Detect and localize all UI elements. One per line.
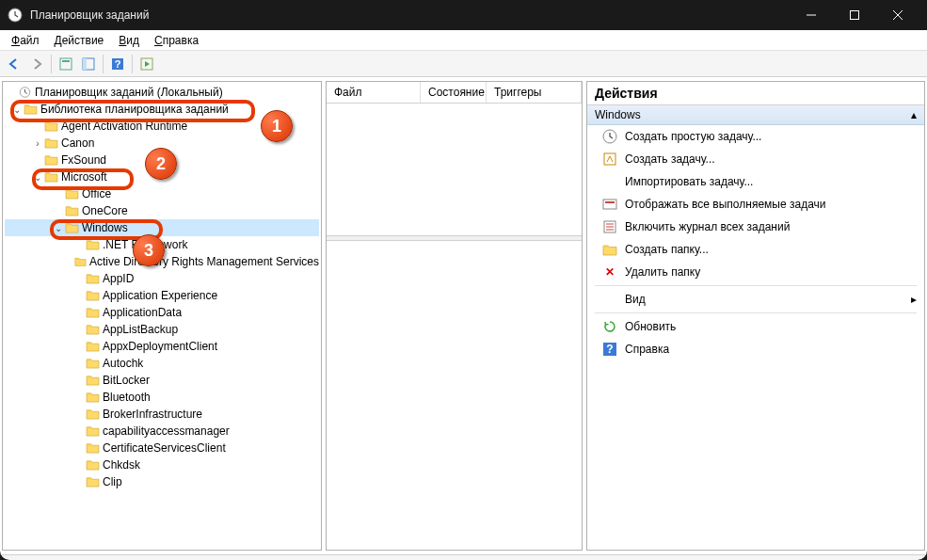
col-file[interactable]: Файл: [327, 82, 421, 103]
tree-item[interactable]: AppID: [5, 270, 319, 287]
menu-action[interactable]: Действие: [47, 32, 112, 49]
folder-icon: [602, 242, 617, 257]
action-delete-folder[interactable]: ✕Удалить папку: [587, 261, 924, 283]
action-create[interactable]: Создать задачу...: [587, 148, 924, 170]
tree-item[interactable]: Application Experience: [5, 287, 319, 304]
tree-library-label: Библиотека планировщика заданий: [40, 103, 229, 116]
tree-item[interactable]: Chkdsk: [5, 456, 319, 473]
create-basic-icon: [602, 129, 617, 144]
action-enable-history[interactable]: Включить журнал всех заданий: [587, 216, 924, 238]
toolbar: ?: [0, 51, 927, 77]
task-list-body[interactable]: [327, 104, 582, 235]
svg-rect-11: [605, 201, 615, 203]
tool-btn-2[interactable]: [78, 54, 99, 74]
history-icon: [602, 219, 617, 234]
delete-icon: ✕: [602, 264, 617, 280]
tree-item[interactable]: Agent Activation Runtime: [5, 118, 319, 135]
close-button[interactable]: [876, 0, 919, 30]
app-icon: [8, 8, 23, 23]
chevron-down-icon[interactable]: ⌄: [52, 223, 65, 233]
menu-view[interactable]: Вид: [111, 32, 147, 49]
help-icon: ?: [602, 342, 617, 357]
actions-title: Действия: [587, 82, 924, 105]
col-triggers[interactable]: Триггеры: [487, 82, 582, 103]
titlebar: Планировщик заданий: [0, 0, 927, 30]
tree-item-microsoft[interactable]: ⌄Microsoft: [5, 168, 319, 185]
tree-item[interactable]: OneCore: [5, 202, 319, 219]
tree-root-label: Планировщик заданий (Локальный): [35, 86, 223, 99]
actions-pane: Действия Windows ▴ Создать простую задач…: [586, 81, 925, 551]
svg-rect-2: [60, 58, 72, 70]
chevron-down-icon[interactable]: ⌄: [31, 172, 44, 183]
chevron-right-icon: ▸: [911, 293, 917, 306]
import-icon: [602, 174, 617, 189]
task-list-pane: Файл Состояние Триггеры: [326, 81, 583, 551]
menu-file[interactable]: Файл: [4, 32, 47, 49]
tree-item[interactable]: Active Directory Rights Management Servi…: [5, 253, 319, 270]
tool-btn-1[interactable]: [56, 54, 76, 74]
tree-item[interactable]: Clip: [5, 473, 319, 490]
tree-item[interactable]: Office: [5, 185, 319, 202]
back-button[interactable]: [4, 54, 24, 74]
tree-item[interactable]: Autochk: [5, 355, 319, 372]
show-running-icon: [602, 197, 617, 212]
tree-item[interactable]: AppListBackup: [5, 321, 319, 338]
collapse-icon[interactable]: ▴: [911, 108, 917, 121]
help-button[interactable]: ?: [107, 54, 128, 74]
svg-rect-3: [62, 60, 70, 62]
svg-rect-5: [83, 58, 87, 70]
splitter-horizontal[interactable]: [327, 235, 582, 241]
tree-item[interactable]: .NET Framework: [5, 236, 319, 253]
statusbar: [0, 554, 927, 560]
maximize-button[interactable]: [833, 0, 876, 30]
svg-text:?: ?: [606, 343, 613, 356]
tree-item[interactable]: AppxDeploymentClient: [5, 338, 319, 355]
forward-button[interactable]: [26, 54, 47, 74]
tree-item[interactable]: Bluetooth: [5, 389, 319, 406]
refresh-icon: [602, 319, 617, 334]
minimize-button[interactable]: [790, 0, 833, 30]
menubar: Файл Действие Вид Справка: [0, 30, 927, 51]
action-refresh[interactable]: Обновить: [587, 315, 924, 338]
tree-item[interactable]: FxSound: [5, 152, 319, 168]
tree-library[interactable]: ⌄ Библиотека планировщика заданий: [5, 101, 319, 118]
action-show-running[interactable]: Отображать все выполняемые задачи: [587, 193, 924, 216]
chevron-right-icon[interactable]: ›: [31, 138, 44, 149]
tree-item[interactable]: BrokerInfrastructure: [5, 406, 319, 423]
tree-item[interactable]: BitLocker: [5, 372, 319, 389]
tree-root[interactable]: Планировщик заданий (Локальный): [5, 84, 319, 101]
menu-help[interactable]: Справка: [147, 32, 206, 49]
tree-item-windows[interactable]: ⌄Windows: [5, 219, 319, 236]
tree-pane: Планировщик заданий (Локальный) ⌄ Библио…: [2, 81, 322, 551]
actions-section[interactable]: Windows ▴: [587, 105, 924, 125]
svg-rect-9: [604, 153, 615, 165]
tree-item[interactable]: capabilityaccessmanager: [5, 423, 319, 440]
tree-item[interactable]: CertificateServicesClient: [5, 440, 319, 456]
action-create-basic[interactable]: Создать простую задачу...: [587, 125, 924, 148]
action-import[interactable]: Импортировать задачу...: [587, 170, 924, 193]
svg-text:?: ?: [115, 58, 121, 70]
chevron-down-icon[interactable]: ⌄: [10, 104, 24, 115]
window-title: Планировщик заданий: [30, 8, 790, 22]
create-icon: [602, 152, 617, 167]
task-list-header: Файл Состояние Триггеры: [327, 82, 582, 104]
action-new-folder[interactable]: Создать папку...: [587, 238, 924, 261]
tree-item[interactable]: ApplicationData: [5, 304, 319, 321]
svg-rect-10: [603, 200, 616, 209]
action-view[interactable]: Вид▸: [587, 288, 924, 311]
action-help[interactable]: ?Справка: [587, 338, 924, 360]
tool-btn-3[interactable]: [136, 54, 157, 74]
svg-rect-1: [851, 11, 859, 20]
col-state[interactable]: Состояние: [421, 82, 487, 103]
tree-item[interactable]: ›Canon: [5, 135, 319, 152]
